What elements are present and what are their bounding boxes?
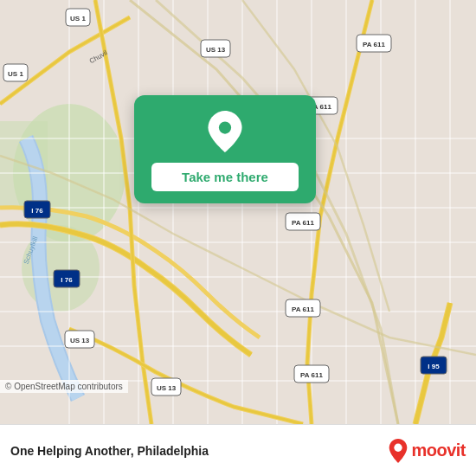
svg-text:I 76: I 76: [61, 276, 73, 284]
svg-text:I 95: I 95: [428, 363, 440, 370]
osm-attribution: © OpenStreetMap contributors: [0, 380, 128, 393]
svg-text:PA 611: PA 611: [363, 41, 385, 48]
moovit-logo: moovit: [389, 439, 466, 463]
bottom-bar: One Helping Another, Philadelphia moovit: [0, 424, 476, 476]
svg-text:US 13: US 13: [70, 337, 90, 344]
location-card: Take me there: [134, 95, 316, 203]
take-me-there-button[interactable]: Take me there: [151, 163, 299, 191]
map-container: US 1 US 1 US 13 PA 611 PA 611 PA 611 PA …: [0, 0, 476, 424]
svg-text:PA 611: PA 611: [292, 219, 314, 227]
svg-text:US 1: US 1: [8, 70, 23, 78]
svg-text:PA 611: PA 611: [292, 306, 314, 313]
svg-point-53: [395, 443, 402, 451]
map-background: US 1 US 1 US 13 PA 611 PA 611 PA 611 PA …: [0, 0, 476, 424]
svg-text:PA 611: PA 611: [300, 371, 323, 379]
svg-text:US 13: US 13: [157, 384, 177, 392]
svg-text:US 1: US 1: [70, 15, 86, 23]
svg-point-52: [219, 121, 231, 133]
moovit-brand-text: moovit: [411, 441, 466, 460]
location-name: One Helping Another, Philadelphia: [10, 444, 389, 458]
location-pin-icon: [204, 111, 246, 152]
svg-text:I 76: I 76: [31, 207, 43, 215]
svg-text:US 13: US 13: [206, 46, 226, 54]
moovit-pin-icon: [389, 439, 408, 463]
